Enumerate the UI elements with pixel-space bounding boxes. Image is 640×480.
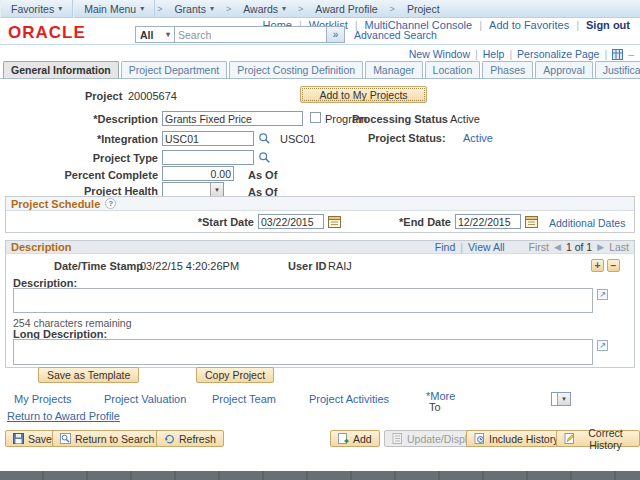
save-button-label: Save [28,433,52,445]
tab-approval[interactable]: Approval [535,61,592,79]
integration-label: *Integration [0,133,158,145]
tab-justification[interactable]: Justification [595,61,640,79]
more-dropdown[interactable]: ▾ [551,392,571,406]
processing-status-label: Processing Status [352,113,448,125]
start-date-label: *Start Date [66,216,254,228]
project-status-link[interactable]: Active [463,132,493,144]
end-date-label: *End Date [336,216,451,228]
program-checkbox[interactable] [310,112,321,123]
breadcrumb-item-awards[interactable]: Awards ▾ [233,0,296,18]
tab-phases[interactable]: Phases [482,61,533,79]
separator: | [460,241,463,253]
search-input[interactable] [175,26,327,43]
start-date-field[interactable] [258,214,324,229]
include-history-button[interactable]: Include History [466,430,566,447]
project-type-label: Project Type [0,152,158,164]
long-description-textarea[interactable] [13,339,593,365]
breadcrumb-item-grants[interactable]: Grants ▾ [164,0,224,18]
chevron-down-icon: ▾ [140,4,144,13]
first-link[interactable]: First [529,241,549,253]
return-to-award-profile-link[interactable]: Return to Award Profile [7,410,120,422]
breadcrumb-separator: > [296,4,305,14]
search-scope-label: All [140,29,153,41]
project-schedule-header: Project Schedule ? [6,197,634,211]
correct-history-icon [564,433,575,444]
percent-complete-field[interactable] [162,166,234,181]
expand-icon[interactable]: ↗ [597,340,608,351]
description-label: *Description [0,113,158,125]
additional-dates-link[interactable]: Additional Dates [549,217,625,229]
project-health-dropdown[interactable]: ▾ [162,182,224,197]
description-textarea[interactable] [13,288,593,313]
chevron-down-icon: ▾ [557,393,570,405]
integration-field[interactable] [162,131,254,146]
project-type-field[interactable] [162,150,254,165]
chevron-down-icon: ▾ [210,183,223,196]
advanced-search-link[interactable]: Advanced Search [354,29,437,41]
breadcrumb-favorites[interactable]: Favorites ▾ [0,0,73,18]
peoplesoft-project-page: Favorites ▾ Main Menu ▾ > Grants ▾ > Awa… [0,0,640,480]
breadcrumb: Favorites ▾ Main Menu ▾ > Grants ▾ > Awa… [0,0,640,18]
next-row-icon[interactable]: ▶ [597,242,604,252]
header-divider [0,44,640,45]
search-scope-dropdown[interactable]: All ▾ [135,26,175,43]
tab-location[interactable]: Location [425,61,481,79]
last-link[interactable]: Last [609,241,629,253]
include-history-icon [474,433,485,444]
search-go-button[interactable]: » [327,26,345,43]
save-disk-icon [13,433,24,444]
update-display-icon [392,433,403,444]
separator: | [604,48,607,60]
tab-manager[interactable]: Manager [365,61,422,79]
save-as-template-button[interactable]: Save as Template [38,367,139,383]
add-row-button[interactable]: + [591,259,604,272]
new-window-link[interactable]: New Window [409,48,470,60]
delete-row-button[interactable]: − [607,259,620,272]
tab-project-costing-definition[interactable]: Project Costing Definition [229,61,363,79]
add-to-favorites-link[interactable]: Add to Favorites [489,19,569,31]
calendar-icon[interactable] [525,215,538,228]
return-to-search-button[interactable]: Return to Search [52,430,162,447]
tabs-divider [0,78,640,79]
breadcrumb-item-label: Awards [243,3,278,15]
find-link[interactable]: Find [435,241,455,253]
tab-project-department[interactable]: Project Department [121,61,227,79]
help-link[interactable]: Help [483,48,505,60]
personalize-page-link[interactable]: Personalize Page [517,48,599,60]
previous-row-icon[interactable]: ◀ [554,242,561,252]
refresh-button[interactable]: Refresh [156,430,224,447]
lookup-icon[interactable] [258,132,271,145]
grid-icon[interactable] [612,49,623,60]
project-valuation-link[interactable]: Project Valuation [104,393,186,405]
add-button[interactable]: Add [330,430,380,447]
include-history-label: Include History [489,433,558,445]
project-activities-link[interactable]: Project Activities [309,393,389,405]
description-field[interactable] [162,111,303,126]
refresh-icon [164,433,175,444]
breadcrumb-item-award-profile[interactable]: Award Profile [305,0,387,18]
copy-project-button[interactable]: Copy Project [196,367,274,383]
correct-history-label: Correct History [579,427,632,451]
chevron-down-icon: ▾ [282,4,286,13]
expand-icon[interactable]: ↗ [597,289,608,300]
correct-history-button[interactable]: Correct History [556,430,640,447]
breadcrumb-separator: > [388,4,397,14]
my-projects-link[interactable]: My Projects [14,393,71,405]
page-tabs: General Information Project Department P… [3,61,640,79]
view-all-link[interactable]: View All [468,241,505,253]
project-team-link[interactable]: Project Team [212,393,276,405]
end-date-field[interactable] [455,214,521,229]
oracle-logo: ORACLE [8,23,86,43]
breadcrumb-separator: > [155,4,164,14]
breadcrumb-main-menu[interactable]: Main Menu ▾ [73,0,155,18]
chevrons-icon: » [333,29,339,40]
help-icon[interactable]: ? [105,198,116,209]
breadcrumb-item-label: Project [407,3,440,15]
breadcrumb-item-project[interactable]: Project [397,0,450,18]
lookup-icon[interactable] [258,151,271,164]
breadcrumb-separator: > [224,4,233,14]
tab-general-information[interactable]: General Information [3,61,119,79]
refresh-label: Refresh [179,433,216,445]
add-to-my-projects-button[interactable]: Add to My Projects [300,86,427,103]
sign-out-link[interactable]: Sign out [586,19,630,31]
